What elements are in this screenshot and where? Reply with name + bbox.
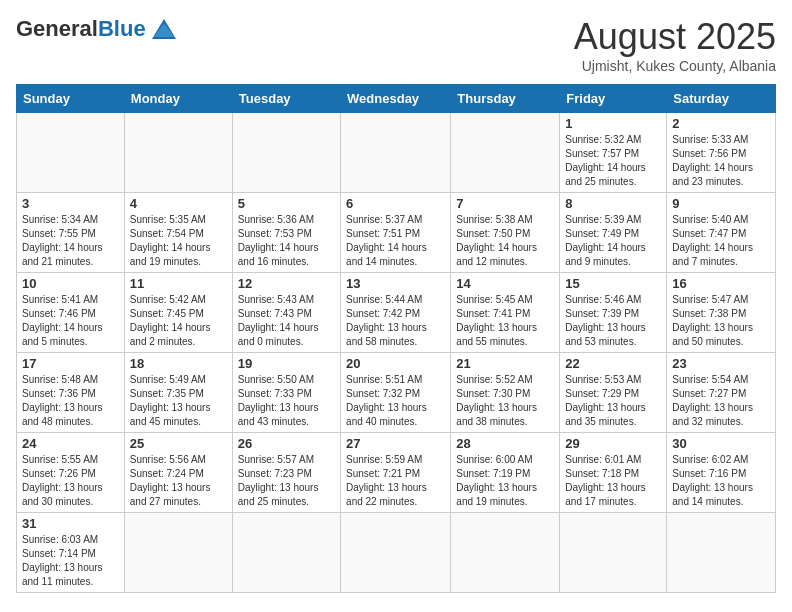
header: General Blue August 2025 Ujmisht, Kukes …: [16, 16, 776, 74]
day-info: Sunrise: 5:45 AM Sunset: 7:41 PM Dayligh…: [456, 293, 554, 349]
day-number: 1: [565, 116, 661, 131]
day-number: 22: [565, 356, 661, 371]
day-number: 3: [22, 196, 119, 211]
day-info: Sunrise: 6:03 AM Sunset: 7:14 PM Dayligh…: [22, 533, 119, 589]
calendar-day-cell: 25Sunrise: 5:56 AM Sunset: 7:24 PM Dayli…: [124, 433, 232, 513]
calendar-day-cell: 5Sunrise: 5:36 AM Sunset: 7:53 PM Daylig…: [232, 193, 340, 273]
calendar-body: 1Sunrise: 5:32 AM Sunset: 7:57 PM Daylig…: [17, 113, 776, 593]
day-info: Sunrise: 5:43 AM Sunset: 7:43 PM Dayligh…: [238, 293, 335, 349]
logo-general-text: General: [16, 16, 98, 42]
day-info: Sunrise: 6:01 AM Sunset: 7:18 PM Dayligh…: [565, 453, 661, 509]
day-number: 19: [238, 356, 335, 371]
calendar-day-cell: 8Sunrise: 5:39 AM Sunset: 7:49 PM Daylig…: [560, 193, 667, 273]
calendar-day-cell: 15Sunrise: 5:46 AM Sunset: 7:39 PM Dayli…: [560, 273, 667, 353]
calendar-day-cell: 28Sunrise: 6:00 AM Sunset: 7:19 PM Dayli…: [451, 433, 560, 513]
calendar-week-row: 1Sunrise: 5:32 AM Sunset: 7:57 PM Daylig…: [17, 113, 776, 193]
calendar-day-cell: 21Sunrise: 5:52 AM Sunset: 7:30 PM Dayli…: [451, 353, 560, 433]
calendar-day-cell: [17, 113, 125, 193]
day-info: Sunrise: 5:35 AM Sunset: 7:54 PM Dayligh…: [130, 213, 227, 269]
day-number: 7: [456, 196, 554, 211]
calendar-day-cell: 9Sunrise: 5:40 AM Sunset: 7:47 PM Daylig…: [667, 193, 776, 273]
day-number: 16: [672, 276, 770, 291]
logo-blue-text: Blue: [98, 16, 146, 42]
day-number: 9: [672, 196, 770, 211]
calendar-header: Sunday Monday Tuesday Wednesday Thursday…: [17, 85, 776, 113]
day-info: Sunrise: 5:39 AM Sunset: 7:49 PM Dayligh…: [565, 213, 661, 269]
day-info: Sunrise: 5:48 AM Sunset: 7:36 PM Dayligh…: [22, 373, 119, 429]
calendar-day-cell: 11Sunrise: 5:42 AM Sunset: 7:45 PM Dayli…: [124, 273, 232, 353]
day-info: Sunrise: 5:44 AM Sunset: 7:42 PM Dayligh…: [346, 293, 445, 349]
calendar-table: Sunday Monday Tuesday Wednesday Thursday…: [16, 84, 776, 593]
calendar-day-cell: 17Sunrise: 5:48 AM Sunset: 7:36 PM Dayli…: [17, 353, 125, 433]
calendar-week-row: 3Sunrise: 5:34 AM Sunset: 7:55 PM Daylig…: [17, 193, 776, 273]
day-info: Sunrise: 5:59 AM Sunset: 7:21 PM Dayligh…: [346, 453, 445, 509]
calendar-day-cell: [341, 513, 451, 593]
calendar-day-cell: 12Sunrise: 5:43 AM Sunset: 7:43 PM Dayli…: [232, 273, 340, 353]
svg-marker-1: [154, 23, 174, 37]
day-info: Sunrise: 5:55 AM Sunset: 7:26 PM Dayligh…: [22, 453, 119, 509]
day-info: Sunrise: 5:46 AM Sunset: 7:39 PM Dayligh…: [565, 293, 661, 349]
month-year-title: August 2025: [574, 16, 776, 58]
calendar-day-cell: [451, 113, 560, 193]
calendar-day-cell: 24Sunrise: 5:55 AM Sunset: 7:26 PM Dayli…: [17, 433, 125, 513]
logo: General Blue: [16, 16, 178, 42]
day-info: Sunrise: 5:51 AM Sunset: 7:32 PM Dayligh…: [346, 373, 445, 429]
day-info: Sunrise: 6:00 AM Sunset: 7:19 PM Dayligh…: [456, 453, 554, 509]
calendar-day-cell: [341, 113, 451, 193]
day-number: 11: [130, 276, 227, 291]
calendar-day-cell: 26Sunrise: 5:57 AM Sunset: 7:23 PM Dayli…: [232, 433, 340, 513]
day-info: Sunrise: 5:42 AM Sunset: 7:45 PM Dayligh…: [130, 293, 227, 349]
day-number: 18: [130, 356, 227, 371]
day-number: 30: [672, 436, 770, 451]
header-wednesday: Wednesday: [341, 85, 451, 113]
day-info: Sunrise: 5:34 AM Sunset: 7:55 PM Dayligh…: [22, 213, 119, 269]
header-friday: Friday: [560, 85, 667, 113]
calendar-week-row: 24Sunrise: 5:55 AM Sunset: 7:26 PM Dayli…: [17, 433, 776, 513]
day-info: Sunrise: 5:37 AM Sunset: 7:51 PM Dayligh…: [346, 213, 445, 269]
day-number: 26: [238, 436, 335, 451]
day-number: 28: [456, 436, 554, 451]
calendar-day-cell: [451, 513, 560, 593]
day-info: Sunrise: 5:49 AM Sunset: 7:35 PM Dayligh…: [130, 373, 227, 429]
calendar-week-row: 10Sunrise: 5:41 AM Sunset: 7:46 PM Dayli…: [17, 273, 776, 353]
day-info: Sunrise: 5:36 AM Sunset: 7:53 PM Dayligh…: [238, 213, 335, 269]
calendar-week-row: 17Sunrise: 5:48 AM Sunset: 7:36 PM Dayli…: [17, 353, 776, 433]
calendar-day-cell: [560, 513, 667, 593]
day-number: 31: [22, 516, 119, 531]
day-number: 2: [672, 116, 770, 131]
calendar-day-cell: 4Sunrise: 5:35 AM Sunset: 7:54 PM Daylig…: [124, 193, 232, 273]
day-number: 13: [346, 276, 445, 291]
day-info: Sunrise: 5:47 AM Sunset: 7:38 PM Dayligh…: [672, 293, 770, 349]
calendar-day-cell: 27Sunrise: 5:59 AM Sunset: 7:21 PM Dayli…: [341, 433, 451, 513]
header-row: Sunday Monday Tuesday Wednesday Thursday…: [17, 85, 776, 113]
calendar-day-cell: [124, 113, 232, 193]
calendar-day-cell: 30Sunrise: 6:02 AM Sunset: 7:16 PM Dayli…: [667, 433, 776, 513]
calendar-day-cell: 7Sunrise: 5:38 AM Sunset: 7:50 PM Daylig…: [451, 193, 560, 273]
day-number: 29: [565, 436, 661, 451]
header-tuesday: Tuesday: [232, 85, 340, 113]
calendar-day-cell: 16Sunrise: 5:47 AM Sunset: 7:38 PM Dayli…: [667, 273, 776, 353]
calendar-day-cell: 18Sunrise: 5:49 AM Sunset: 7:35 PM Dayli…: [124, 353, 232, 433]
calendar-day-cell: 14Sunrise: 5:45 AM Sunset: 7:41 PM Dayli…: [451, 273, 560, 353]
calendar-week-row: 31Sunrise: 6:03 AM Sunset: 7:14 PM Dayli…: [17, 513, 776, 593]
calendar-day-cell: 13Sunrise: 5:44 AM Sunset: 7:42 PM Dayli…: [341, 273, 451, 353]
calendar-day-cell: 2Sunrise: 5:33 AM Sunset: 7:56 PM Daylig…: [667, 113, 776, 193]
calendar-day-cell: 23Sunrise: 5:54 AM Sunset: 7:27 PM Dayli…: [667, 353, 776, 433]
day-info: Sunrise: 5:52 AM Sunset: 7:30 PM Dayligh…: [456, 373, 554, 429]
day-number: 5: [238, 196, 335, 211]
day-number: 21: [456, 356, 554, 371]
header-monday: Monday: [124, 85, 232, 113]
calendar-day-cell: 1Sunrise: 5:32 AM Sunset: 7:57 PM Daylig…: [560, 113, 667, 193]
day-info: Sunrise: 5:33 AM Sunset: 7:56 PM Dayligh…: [672, 133, 770, 189]
header-saturday: Saturday: [667, 85, 776, 113]
logo-icon: [150, 17, 178, 41]
title-section: August 2025 Ujmisht, Kukes County, Alban…: [574, 16, 776, 74]
header-thursday: Thursday: [451, 85, 560, 113]
day-number: 4: [130, 196, 227, 211]
day-number: 20: [346, 356, 445, 371]
calendar-day-cell: 3Sunrise: 5:34 AM Sunset: 7:55 PM Daylig…: [17, 193, 125, 273]
calendar-day-cell: 22Sunrise: 5:53 AM Sunset: 7:29 PM Dayli…: [560, 353, 667, 433]
calendar-day-cell: 20Sunrise: 5:51 AM Sunset: 7:32 PM Dayli…: [341, 353, 451, 433]
day-number: 15: [565, 276, 661, 291]
header-sunday: Sunday: [17, 85, 125, 113]
